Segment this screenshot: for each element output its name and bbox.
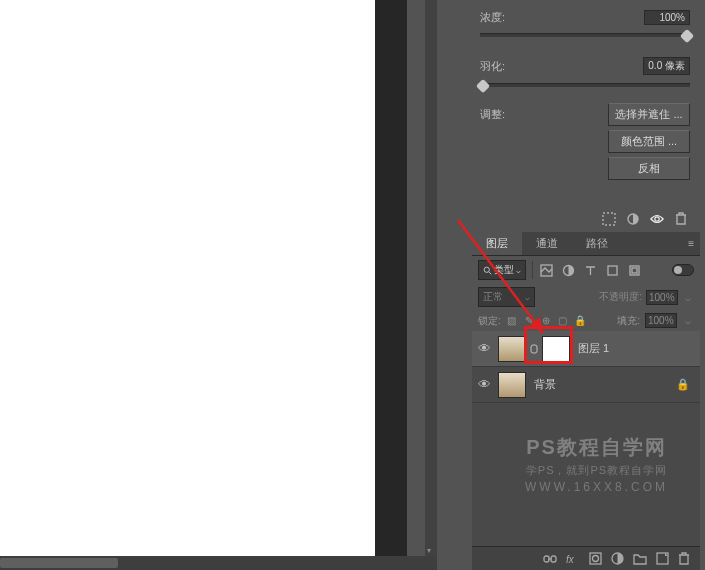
new-group-icon[interactable] [633, 553, 647, 565]
tab-layers[interactable]: 图层 [472, 232, 522, 255]
filter-pixel-icon[interactable] [539, 263, 553, 277]
svg-line-4 [489, 272, 491, 274]
delete-layer-icon[interactable] [678, 552, 690, 566]
svg-rect-0 [603, 213, 615, 225]
lock-position-icon[interactable]: ⊕ [540, 315, 552, 327]
layer-thumbnail[interactable] [498, 372, 526, 398]
density-value[interactable]: 100% [644, 10, 690, 25]
filter-type-select[interactable]: 类型 ⌵ [478, 260, 526, 280]
filter-shape-icon[interactable] [605, 263, 619, 277]
filter-smart-icon[interactable] [627, 263, 641, 277]
layer-row-background[interactable]: 👁 背景 🔒 [472, 367, 700, 403]
new-layer-icon[interactable] [656, 552, 669, 565]
link-layers-icon[interactable] [543, 554, 557, 564]
invert-button[interactable]: 反相 [608, 157, 690, 180]
color-range-button[interactable]: 颜色范围 ... [608, 130, 690, 153]
delete-mask-icon[interactable] [674, 212, 688, 226]
panel-menu-icon[interactable]: ≡ [688, 232, 700, 255]
blend-mode-select[interactable]: 正常 ⌵ [478, 287, 535, 307]
mask-thumbnail[interactable] [542, 336, 570, 362]
adjust-label: 调整: [480, 103, 525, 122]
lock-transparency-icon[interactable]: ▨ [506, 315, 518, 327]
layer-name[interactable]: 背景 [528, 377, 556, 392]
layer-thumbnail[interactable] [498, 336, 526, 362]
fill-label: 填充: [617, 314, 640, 328]
tab-paths[interactable]: 路径 [572, 232, 622, 255]
opacity-value[interactable]: 100% [646, 290, 678, 305]
fill-dropdown[interactable]: ⌵ [682, 315, 694, 326]
scrollbar-thumb[interactable] [0, 558, 118, 568]
opacity-dropdown[interactable]: ⌵ [682, 292, 694, 303]
density-slider[interactable] [480, 33, 690, 37]
svg-point-16 [593, 556, 599, 562]
visibility-toggle-icon[interactable]: 👁 [472, 341, 496, 356]
visibility-toggle-icon[interactable]: 👁 [472, 377, 496, 392]
layers-panel: 图层 通道 路径 ≡ 类型 ⌵ 正常 [472, 232, 700, 570]
lock-label: 锁定: [478, 314, 501, 328]
svg-rect-7 [608, 266, 617, 275]
new-adjustment-icon[interactable] [611, 552, 624, 565]
lock-all-icon[interactable]: 🔒 [574, 315, 586, 327]
svg-point-2 [655, 217, 659, 221]
layer-row-layer1[interactable]: 👁 图层 1 [472, 331, 700, 367]
fill-value[interactable]: 100% [645, 313, 677, 328]
opacity-label: 不透明度: [599, 290, 642, 304]
apply-mask-icon[interactable] [626, 212, 640, 226]
density-label: 浓度: [480, 10, 525, 25]
feather-slider-thumb[interactable] [476, 79, 490, 93]
canvas-vertical-scrollbar[interactable]: ▾ [425, 0, 437, 556]
lock-image-icon[interactable]: ✎ [523, 315, 535, 327]
svg-rect-10 [531, 345, 537, 353]
svg-rect-15 [590, 553, 601, 564]
feather-slider[interactable] [480, 83, 690, 87]
load-selection-icon[interactable] [602, 212, 616, 226]
disable-mask-icon[interactable] [650, 212, 664, 226]
canvas-border [375, 0, 407, 556]
layer-name[interactable]: 图层 1 [572, 341, 609, 356]
lock-indicator-icon: 🔒 [676, 378, 700, 391]
link-icon [530, 344, 538, 354]
layer-fx-icon[interactable]: fx [566, 553, 580, 565]
filter-type-icon[interactable] [583, 263, 597, 277]
add-mask-icon[interactable] [589, 552, 602, 565]
canvas[interactable] [0, 0, 375, 556]
properties-mask-panel: 浓度: 100% 羽化: 0.0 像素 调整: 选择并遮住 ... 颜色范围 .… [472, 0, 698, 232]
tab-channels[interactable]: 通道 [522, 232, 572, 255]
feather-label: 羽化: [480, 59, 525, 74]
lock-artboard-icon[interactable]: ▢ [557, 315, 569, 327]
svg-text:fx: fx [566, 554, 575, 565]
select-and-mask-button[interactable]: 选择并遮住 ... [608, 103, 690, 126]
density-slider-thumb[interactable] [680, 29, 694, 43]
watermark: PS教程自学网 学PS，就到PS教程自学网 WWW.16XX8.COM [499, 434, 694, 494]
feather-value[interactable]: 0.0 像素 [643, 57, 690, 75]
canvas-horizontal-scrollbar[interactable] [0, 556, 437, 570]
svg-rect-9 [632, 268, 637, 273]
filter-adjustment-icon[interactable] [561, 263, 575, 277]
svg-point-3 [484, 267, 489, 272]
filter-toggle[interactable] [672, 264, 694, 276]
filter-type-label: 类型 [494, 263, 514, 277]
